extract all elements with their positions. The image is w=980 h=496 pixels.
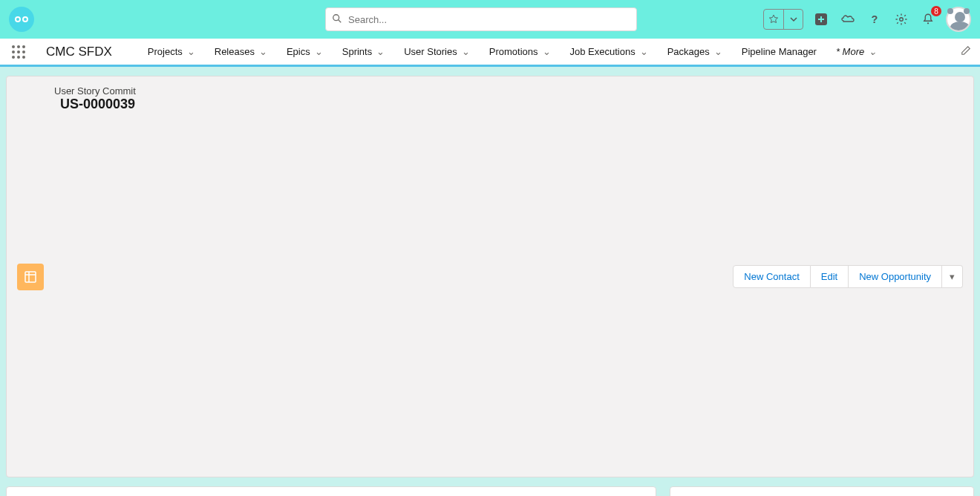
- tabset: Related Details: [7, 487, 656, 496]
- right-panel-header: SFDX Commit View Job Execution: [670, 487, 973, 496]
- nav-more[interactable]: * More⌄: [836, 46, 877, 57]
- nav-pipeline-manager[interactable]: Pipeline Manager: [742, 46, 817, 57]
- app-logo-icon[interactable]: [9, 7, 34, 32]
- svg-point-10: [17, 50, 20, 53]
- gear-icon[interactable]: [892, 10, 910, 28]
- svg-point-9: [12, 50, 15, 53]
- svg-point-11: [22, 50, 25, 53]
- chevron-down-icon[interactable]: [783, 10, 803, 29]
- global-search: [325, 7, 637, 31]
- question-icon[interactable]: ?: [866, 10, 883, 28]
- chevron-down-icon: ⌄: [869, 46, 877, 57]
- svg-point-6: [12, 45, 15, 48]
- bell-icon[interactable]: 8: [919, 10, 937, 28]
- favorites-combo: [763, 9, 803, 30]
- plus-icon[interactable]: [812, 10, 830, 28]
- svg-point-12: [12, 56, 15, 59]
- app-nav: CMC SFDX Projects⌄ Releases⌄ Epics⌄ Spri…: [0, 39, 980, 67]
- svg-text:?: ?: [872, 13, 878, 25]
- chevron-down-icon: ⌄: [714, 46, 722, 57]
- chevron-down-icon: ⌄: [376, 46, 385, 57]
- page-actions: New Contact Edit New Opportunity ▾: [733, 265, 963, 288]
- job-execution-panel: SFDX Commit View Job Execution ✓ Commit4…: [670, 486, 974, 496]
- more-actions-icon[interactable]: ▾: [942, 265, 963, 288]
- salesforce-icon[interactable]: [839, 10, 857, 28]
- svg-point-0: [333, 15, 339, 21]
- svg-point-13: [17, 56, 20, 59]
- record-type-label: User Story Commit: [54, 85, 141, 97]
- new-contact-button[interactable]: New Contact: [733, 265, 810, 288]
- app-launcher-icon[interactable]: [9, 42, 28, 62]
- svg-point-4: [900, 18, 904, 22]
- notification-badge: 8: [931, 6, 941, 16]
- nav-epics[interactable]: Epics⌄: [287, 46, 323, 57]
- page-title: US-0000039: [54, 97, 141, 468]
- new-opportunity-button[interactable]: New Opportunity: [849, 265, 942, 288]
- app-name: CMC SFDX: [46, 45, 112, 59]
- chevron-down-icon: ⌄: [640, 46, 648, 57]
- nav-sprints[interactable]: Sprints⌄: [342, 46, 385, 57]
- svg-point-5: [927, 22, 929, 24]
- edit-button[interactable]: Edit: [811, 265, 849, 288]
- record-type-icon: [17, 264, 44, 290]
- search-input[interactable]: [325, 7, 637, 31]
- chevron-down-icon: ⌄: [462, 46, 470, 57]
- record-detail-panel: Related Details US Commit US-0000039 Use…: [6, 486, 656, 496]
- svg-point-14: [22, 56, 25, 59]
- page-header: User Story Commit US-0000039 New Contact…: [6, 76, 974, 477]
- nav-packages[interactable]: Packages⌄: [667, 46, 722, 57]
- star-icon[interactable]: [764, 10, 783, 29]
- nav-job-executions[interactable]: Job Executions⌄: [570, 46, 648, 57]
- svg-line-1: [339, 20, 342, 23]
- chevron-down-icon: ⌄: [259, 46, 267, 57]
- nav-user-stories[interactable]: User Stories⌄: [404, 46, 470, 57]
- header-utilities: ? 8: [763, 7, 971, 32]
- chevron-down-icon: ⌄: [315, 46, 323, 57]
- chevron-down-icon: ⌄: [543, 46, 551, 57]
- nav-projects[interactable]: Projects⌄: [148, 46, 195, 57]
- edit-nav-icon[interactable]: [961, 45, 971, 58]
- nav-items: Projects⌄ Releases⌄ Epics⌄ Sprints⌄ User…: [148, 46, 877, 57]
- nav-releases[interactable]: Releases⌄: [215, 46, 267, 57]
- global-header: ? 8: [0, 0, 980, 39]
- nav-promotions[interactable]: Promotions⌄: [489, 46, 551, 57]
- svg-point-8: [22, 45, 25, 48]
- svg-point-7: [17, 45, 20, 48]
- svg-rect-15: [25, 272, 36, 282]
- chevron-down-icon: ⌄: [187, 46, 195, 57]
- search-icon: [332, 13, 342, 26]
